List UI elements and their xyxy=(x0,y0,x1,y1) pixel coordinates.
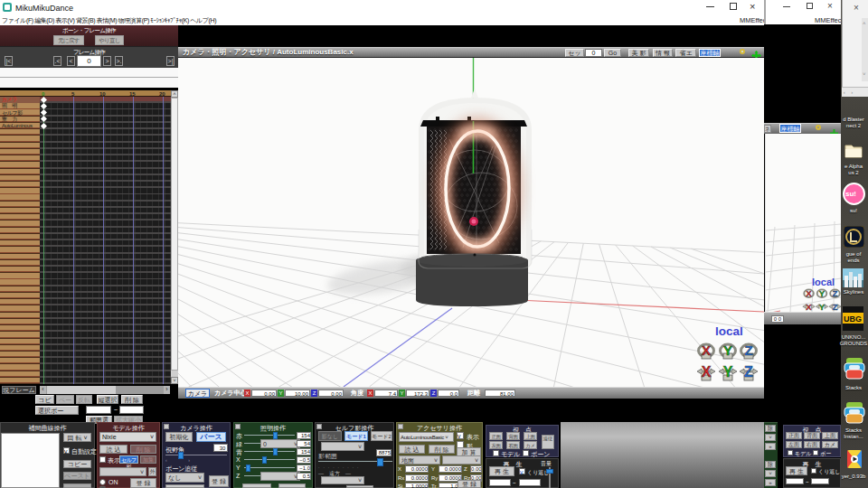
svg-text:Y: Y xyxy=(723,364,733,380)
svg-text:X: X xyxy=(702,343,711,358)
svg-text:Z: Z xyxy=(833,302,838,311)
svg-text:Z: Z xyxy=(833,288,838,298)
svg-text:local: local xyxy=(812,277,835,287)
svg-text:Y: Y xyxy=(819,302,826,311)
svg-text:X: X xyxy=(806,302,812,311)
svg-text:Z: Z xyxy=(744,364,753,380)
svg-text:Z: Z xyxy=(744,343,752,358)
svg-text:Y: Y xyxy=(723,343,732,358)
svg-text:local: local xyxy=(715,324,743,338)
svg-text:X: X xyxy=(702,364,712,380)
svg-text:Y: Y xyxy=(819,288,826,298)
svg-text:UBG: UBG xyxy=(844,314,862,324)
svg-text:X: X xyxy=(806,288,812,298)
